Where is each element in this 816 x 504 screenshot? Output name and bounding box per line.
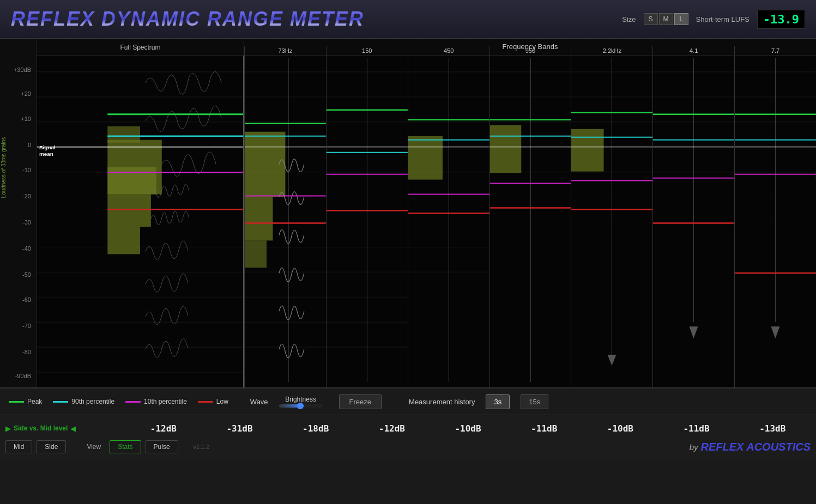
y-label-minus80: -80 bbox=[22, 349, 31, 355]
full-spectrum-panel: Signal mean bbox=[37, 56, 244, 387]
main-area: Loudness of 33ms grains +30dB +20 +10 0 … bbox=[0, 39, 816, 504]
y-label-minus20: -20 bbox=[22, 193, 31, 199]
stat-value-5: -11dB bbox=[531, 423, 557, 434]
svg-rect-40 bbox=[245, 197, 273, 241]
time-3s-button[interactable]: 3s bbox=[486, 394, 510, 409]
stat-value-6: -10dB bbox=[607, 423, 633, 434]
stat-value-2: -18dB bbox=[303, 423, 329, 434]
freeze-button[interactable]: Freeze bbox=[339, 394, 382, 409]
stat-val-1: -31dB bbox=[202, 423, 278, 434]
version-label: v1.1.2 bbox=[194, 444, 210, 450]
stat-value-3: -12dB bbox=[379, 423, 405, 434]
brightness-thumb bbox=[297, 403, 304, 409]
svg-marker-140 bbox=[771, 326, 780, 338]
svg-rect-15 bbox=[107, 227, 140, 254]
stat-val-6: -10dB bbox=[582, 423, 658, 434]
lufs-value: -13.9 bbox=[757, 10, 805, 29]
brightness-slider[interactable] bbox=[279, 404, 323, 408]
low-legend: Low bbox=[198, 398, 228, 405]
svg-rect-16 bbox=[107, 126, 140, 143]
branding-container: by REFLEX ACOUSTICS bbox=[690, 441, 811, 453]
y-label-minus70: -70 bbox=[22, 323, 31, 329]
app-title: REFLEX DYNAMIC RANGE METER bbox=[11, 8, 611, 31]
band-950-panel bbox=[489, 56, 571, 387]
stat-val-4: -10dB bbox=[430, 423, 506, 434]
y-label-minus90db: -90dB bbox=[15, 373, 31, 379]
freq-150: 150 bbox=[326, 46, 408, 55]
y-label-10: +10 bbox=[21, 116, 31, 122]
svg-rect-78 bbox=[408, 136, 443, 180]
band-2-2khz-panel bbox=[571, 56, 652, 387]
legend-bar: Peak 90th percentile 10th percentile Low… bbox=[0, 388, 816, 415]
lufs-label: Short-term LUFS bbox=[696, 15, 749, 23]
freq-band-labels: 73Hz 150 450 950 2.2kHz 4.1 7.7 bbox=[244, 46, 816, 55]
stats-row: ▶ Side vs. Mid level ◀ -12dB -31dB -18dB… bbox=[0, 418, 816, 438]
app-header: REFLEX DYNAMIC RANGE METER Size S M L Sh… bbox=[0, 0, 816, 39]
time-15s-button[interactable]: 15s bbox=[521, 394, 548, 409]
percentile90-legend-label: 90th percentile bbox=[71, 398, 114, 405]
mid-button[interactable]: Mid bbox=[5, 440, 32, 453]
stat-value-1: -31dB bbox=[226, 423, 252, 434]
svg-rect-41 bbox=[245, 240, 267, 268]
freq-450: 450 bbox=[408, 46, 489, 55]
stats-bar: ▶ Side vs. Mid level ◀ -12dB -31dB -18dB… bbox=[0, 415, 816, 459]
band-450-panel bbox=[408, 56, 489, 387]
y-label-minus10: -10 bbox=[22, 167, 31, 173]
percentile10-legend-line bbox=[125, 401, 141, 403]
size-l-button[interactable]: L bbox=[674, 13, 688, 25]
svg-rect-93 bbox=[490, 125, 521, 173]
measurement-label: Measurement history bbox=[409, 398, 475, 406]
y-label-20: +20 bbox=[21, 90, 31, 97]
brightness-container: Brightness bbox=[279, 396, 323, 408]
y-label-0: 0 bbox=[28, 142, 31, 148]
header-controls: Size S M L Short-term LUFS -13.9 bbox=[622, 10, 805, 29]
percentile10-legend-label: 10th percentile bbox=[144, 398, 187, 405]
percentile90-legend: 90th percentile bbox=[53, 398, 114, 405]
bottom-buttons-row: Mid Side View Stats Pulse v1.1.2 by REFL… bbox=[0, 438, 816, 456]
low-legend-line bbox=[198, 401, 213, 403]
branding-name: REFLEX ACOUSTICS bbox=[701, 441, 811, 453]
band-4-1-panel bbox=[652, 56, 734, 387]
wave-label: Wave bbox=[250, 398, 268, 406]
svg-marker-125 bbox=[690, 326, 698, 338]
pulse-button[interactable]: Pulse bbox=[146, 440, 178, 453]
stat-value-0: -12dB bbox=[150, 423, 177, 434]
panels-content: Signal mean bbox=[37, 56, 816, 387]
stats-button[interactable]: Stats bbox=[110, 440, 141, 453]
stat-val-7: -11dB bbox=[658, 423, 735, 434]
freq-2-2khz: 2.2kHz bbox=[571, 46, 652, 55]
freq-7-7: 7.7 bbox=[734, 46, 816, 55]
y-label-minus50: -50 bbox=[22, 271, 31, 278]
freq-73hz: 73Hz bbox=[244, 46, 326, 55]
stats-values: -12dB -31dB -18dB -12dB -10dB -11dB bbox=[125, 423, 811, 434]
freq-bands-header: Frequency Bands 73Hz 150 450 950 2.2kHz … bbox=[244, 39, 816, 55]
percentile90-legend-line bbox=[53, 401, 68, 403]
freq-950: 950 bbox=[489, 46, 571, 55]
freq-bands-panels bbox=[244, 56, 816, 387]
peak-legend-line bbox=[9, 401, 24, 403]
branding-prefix: by bbox=[690, 442, 698, 452]
view-label: View bbox=[87, 443, 101, 451]
stat-value-4: -10dB bbox=[455, 423, 481, 434]
size-label: Size bbox=[622, 15, 636, 23]
side-button[interactable]: Side bbox=[37, 440, 66, 453]
stat-val-8: -13dB bbox=[734, 423, 811, 434]
panels-container: Full Spectrum Frequency Bands 73Hz 150 4… bbox=[37, 39, 816, 387]
size-s-button[interactable]: S bbox=[644, 13, 658, 25]
mid-side-label: Side vs. Mid level bbox=[14, 424, 68, 432]
band-150-panel bbox=[326, 56, 408, 387]
stat-val-5: -11dB bbox=[506, 423, 582, 434]
y-label-minus40: -40 bbox=[22, 245, 31, 252]
low-legend-label: Low bbox=[216, 398, 228, 405]
y-label-30db: +30dB bbox=[14, 66, 31, 73]
percentile10-legend: 10th percentile bbox=[125, 398, 187, 405]
size-m-button[interactable]: M bbox=[659, 13, 673, 25]
y-label-minus60: -60 bbox=[22, 296, 31, 303]
freq-4-1: 4.1 bbox=[652, 46, 734, 55]
svg-rect-108 bbox=[571, 129, 604, 172]
y-axis-vertical-label: Loudness of 33ms grains bbox=[1, 113, 7, 222]
svg-rect-14 bbox=[107, 195, 151, 227]
svg-text:mean: mean bbox=[39, 151, 53, 157]
full-spectrum-header: Full Spectrum bbox=[37, 39, 244, 55]
svg-rect-17 bbox=[107, 167, 156, 195]
